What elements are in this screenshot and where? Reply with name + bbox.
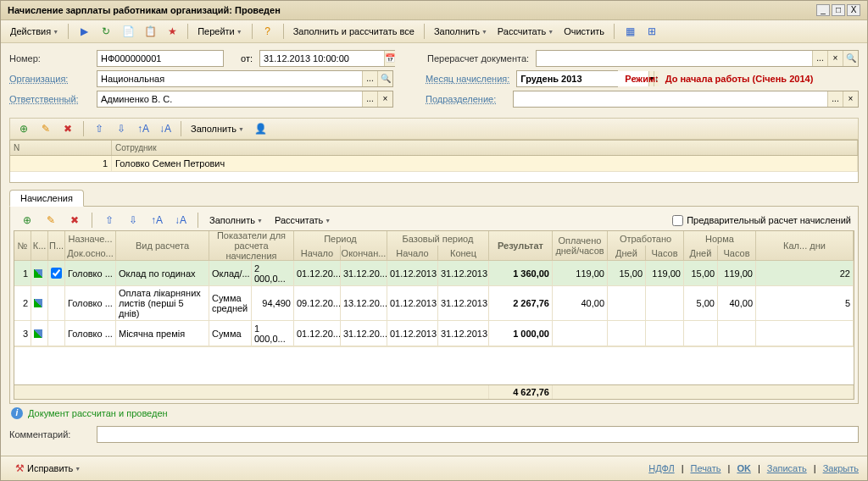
search-icon[interactable]: 🔍 <box>377 71 392 86</box>
comment-row: Комментарий: <box>9 426 859 443</box>
add-button[interactable]: ⊕ <box>14 120 34 137</box>
down-button[interactable]: ⇩ <box>111 120 131 137</box>
ok-button[interactable]: OK <box>737 463 751 473</box>
number-label: Номер: <box>9 53 90 64</box>
employee-row[interactable]: 1 Головко Семен Петрович <box>10 156 858 172</box>
save-button[interactable]: Записать <box>767 463 807 473</box>
mode-value: До начала работы (Січень 2014) <box>665 74 814 84</box>
goto-menu[interactable]: Перейти ▼ <box>193 24 247 39</box>
person-icon[interactable]: 👤 <box>250 120 270 137</box>
actions-menu[interactable]: Действия ▼ <box>6 24 63 39</box>
form-header: Номер: от: 📅 Перерасчет документа: ... ×… <box>1 43 867 118</box>
toolbar-icon-refresh[interactable]: ↻ <box>96 23 116 40</box>
info-icon: i <box>11 407 23 419</box>
select-icon[interactable]: ... <box>362 71 377 86</box>
month-label[interactable]: Месяц начисления: <box>426 74 509 84</box>
close-link[interactable]: Закрыть <box>823 463 859 473</box>
mode-label: Режим: <box>625 74 658 84</box>
dept-input[interactable]: ... × <box>513 91 859 108</box>
calc-menu[interactable]: Рассчитать ▼ <box>493 24 558 39</box>
fill-calc-all-button[interactable]: Заполнить и рассчитать все <box>289 24 419 39</box>
minimize-button[interactable]: _ <box>816 4 830 16</box>
dept-label[interactable]: Подразделение: <box>426 94 506 104</box>
sort-desc-button[interactable]: ↓A <box>155 120 175 137</box>
total-result: 4 627,76 <box>489 385 553 399</box>
edit-button[interactable]: ✎ <box>41 212 61 229</box>
fill-menu[interactable]: Заполнить ▼ <box>430 24 492 39</box>
bottombar: ⚒ Исправить ▼ НДФЛ | Печать | OK | Запис… <box>1 456 867 480</box>
help-button[interactable]: ? <box>258 23 278 40</box>
main-window: Начисление зарплаты работникам организац… <box>0 0 868 481</box>
comment-label: Комментарий: <box>9 429 90 440</box>
up-button[interactable]: ⇧ <box>89 120 109 137</box>
fix-menu[interactable]: ⚒ Исправить ▼ <box>9 460 85 477</box>
resp-input[interactable]: ... × <box>97 91 393 108</box>
maximize-button[interactable]: □ <box>832 4 845 16</box>
select-icon[interactable]: ... <box>812 51 827 66</box>
prelim-checkbox[interactable] <box>672 215 683 226</box>
clear-icon[interactable]: × <box>377 91 392 107</box>
window-title: Начисление зарплаты работникам организац… <box>8 5 815 15</box>
ndfl-link[interactable]: НДФЛ <box>648 463 674 473</box>
number-input[interactable] <box>97 50 224 67</box>
delete-button[interactable]: ✖ <box>58 120 78 137</box>
clear-button[interactable]: Очистить <box>559 24 609 39</box>
comment-input[interactable] <box>97 426 859 443</box>
clear-icon[interactable]: × <box>843 91 858 107</box>
month-input[interactable]: ▾ ↕ <box>516 70 618 87</box>
accrual-row[interactable]: 1Головко ...Оклад по годинахОклад/...2 0… <box>14 261 854 286</box>
calendar-icon[interactable]: 📅 <box>384 51 395 66</box>
totals-row: 4 627,76 <box>14 384 854 399</box>
accruals-grid: № К... П... Назначе... Док.осно... Вид р… <box>14 230 854 400</box>
toolbar-icon-list[interactable]: 📋 <box>140 23 160 40</box>
sort-asc-button[interactable]: ↑A <box>133 120 153 137</box>
status-text: Документ рассчитан и проведен <box>28 408 168 418</box>
select-icon[interactable]: ... <box>362 91 377 107</box>
accrual-row[interactable]: 3Головко ...Місячна преміяСумма1 000,0..… <box>14 321 854 346</box>
clear-icon[interactable]: × <box>827 51 843 66</box>
sort-desc-button[interactable]: ↓A <box>170 212 191 229</box>
employee-grid: N Сотрудник 1 Головко Семен Петрович <box>9 140 859 183</box>
col-n[interactable]: N <box>10 141 112 155</box>
tab-accruals[interactable]: Начисления <box>9 190 84 207</box>
row-checkbox[interactable] <box>51 268 62 279</box>
delete-button[interactable]: ✖ <box>64 212 85 229</box>
toolbar-icon-tree[interactable]: ⊞ <box>642 23 662 40</box>
resp-label[interactable]: Ответственный: <box>9 94 90 104</box>
accrual-row[interactable]: 2Головко ...Оплата лікарняних листів (пе… <box>14 286 854 321</box>
from-label: от: <box>241 53 253 64</box>
flag-icon <box>34 269 42 278</box>
print-link[interactable]: Печать <box>690 463 721 473</box>
down-button[interactable]: ⇩ <box>123 212 143 229</box>
search-icon[interactable]: 🔍 <box>843 51 858 66</box>
select-icon[interactable]: ... <box>827 91 843 107</box>
from-date-input[interactable]: 📅 <box>259 50 395 67</box>
calc-accr-menu[interactable]: Рассчитать ▼ <box>270 213 335 228</box>
close-button[interactable]: X <box>847 4 860 16</box>
employee-section: ⊕ ✎ ✖ ⇧ ⇩ ↑A ↓A Заполнить ▼ 👤 N Сотрудни… <box>9 118 859 183</box>
edit-button[interactable]: ✎ <box>36 120 56 137</box>
accruals-panel: ⊕ ✎ ✖ ⇧ ⇩ ↑A ↓A Заполнить ▼ Рассчитать ▼… <box>9 207 859 404</box>
toolbar-icon-grid[interactable]: ▦ <box>620 23 640 40</box>
prelim-label: Предварительный расчет начислений <box>687 215 851 225</box>
recalc-input[interactable]: ... × 🔍 <box>536 50 859 67</box>
recalc-label: Перерасчет документа: <box>427 53 529 64</box>
fill-accr-menu[interactable]: Заполнить ▼ <box>205 213 267 228</box>
status-line: i Документ рассчитан и проведен <box>1 404 867 423</box>
flag-icon <box>34 329 42 338</box>
flag-icon <box>34 299 42 307</box>
toolbar-icon-run[interactable]: ▶ <box>74 23 94 40</box>
titlebar: Начисление зарплаты работникам организац… <box>1 1 867 20</box>
sort-asc-button[interactable]: ↑A <box>147 212 167 229</box>
col-employee[interactable]: Сотрудник <box>112 141 858 155</box>
up-button[interactable]: ⇧ <box>99 212 120 229</box>
fill-emp-menu[interactable]: Заполнить ▼ <box>186 121 248 136</box>
org-label[interactable]: Организация: <box>9 74 90 84</box>
toolbar-icon-star[interactable]: ★ <box>162 23 182 40</box>
toolbar-icon-doc[interactable]: 📄 <box>118 23 138 40</box>
org-input[interactable]: ... 🔍 <box>97 70 393 87</box>
employee-toolbar: ⊕ ✎ ✖ ⇧ ⇩ ↑A ↓A Заполнить ▼ 👤 <box>9 118 859 140</box>
main-toolbar: Действия ▼ ▶ ↻ 📄 📋 ★ Перейти ▼ ? Заполни… <box>1 20 867 43</box>
tabs: Начисления <box>9 190 859 207</box>
add-button[interactable]: ⊕ <box>17 212 37 229</box>
